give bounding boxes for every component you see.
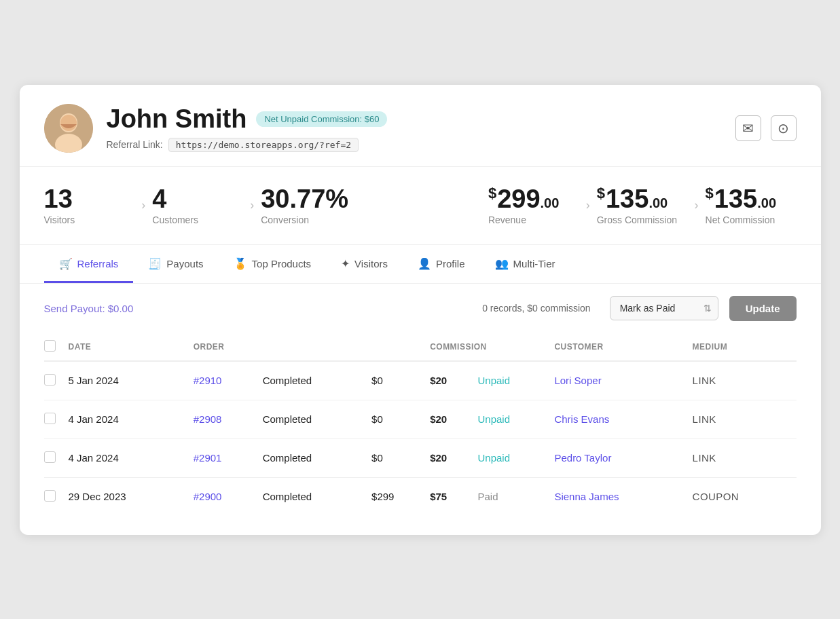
visitors-value: 13	[44, 186, 73, 212]
tab-multi-tier[interactable]: 👥 Multi-Tier	[480, 245, 570, 283]
payouts-icon: 🧾	[148, 257, 162, 270]
revenue-value: $299.00	[488, 186, 559, 212]
stat-gross-commission: $135.00 Gross Commission	[597, 186, 688, 225]
customers-value: 4	[152, 186, 166, 212]
table-row: 4 Jan 2024 #2908 Completed $0 $20 Unpaid…	[44, 400, 797, 438]
row-status-3: Completed	[263, 477, 371, 516]
row-commission-0: $20	[430, 361, 477, 400]
user-profile-icon-button[interactable]: ⊙	[771, 115, 797, 141]
tab-visitors[interactable]: ✦ Visitors	[326, 245, 403, 283]
stat-visitors: 13 Visitors	[44, 186, 135, 225]
row-payment-status-1: Unpaid	[477, 400, 554, 438]
referral-label: Referral Link:	[107, 139, 163, 150]
row-payment-status-3: Paid	[477, 477, 554, 516]
mark-paid-select-wrapper: Mark as Paid Mark as Unpaid ⇅	[610, 296, 718, 320]
tab-profile[interactable]: 👤 Profile	[403, 245, 480, 283]
update-button[interactable]: Update	[729, 296, 797, 321]
email-icon-button[interactable]: ✉	[735, 115, 761, 141]
select-all-checkbox[interactable]	[44, 340, 56, 352]
tab-profile-label: Profile	[436, 258, 465, 269]
net-commission-value: $135.00	[706, 186, 776, 212]
row-customer-2[interactable]: Pedro Taylor	[554, 438, 692, 477]
stat-revenue: $299.00 Revenue	[488, 186, 579, 225]
conversion-label: Conversion	[261, 214, 309, 225]
gross-commission-value: $135.00	[597, 186, 668, 212]
header-info: John Smith Net Unpaid Commission: $60 Re…	[107, 105, 735, 152]
arrow-2: ›	[243, 198, 261, 212]
tab-referrals[interactable]: 🛒 Referrals	[44, 245, 134, 283]
col-date: DATE	[69, 333, 194, 361]
gross-commission-label: Gross Commission	[597, 214, 677, 225]
main-card: John Smith Net Unpaid Commission: $60 Re…	[20, 85, 821, 535]
row-order-num-2[interactable]: #2901	[194, 438, 263, 477]
profile-icon: 👤	[418, 257, 431, 270]
row-date-0: 5 Jan 2024	[69, 361, 194, 400]
records-info: 0 records, $0 commission	[482, 303, 591, 314]
stats-row: 13 Visitors › 4 Customers › 30.77% Conve…	[20, 167, 821, 245]
mark-paid-select[interactable]: Mark as Paid Mark as Unpaid	[610, 296, 718, 320]
row-checkbox-1[interactable]	[44, 413, 56, 424]
row-date-2: 4 Jan 2024	[69, 438, 194, 477]
header-section: John Smith Net Unpaid Commission: $60 Re…	[20, 85, 821, 167]
row-order-value-1: $0	[371, 400, 430, 438]
stat-customers: 4 Customers	[152, 186, 243, 225]
row-customer-0[interactable]: Lori Soper	[554, 361, 692, 400]
user-icon: ⊙	[778, 120, 789, 136]
customers-label: Customers	[152, 214, 198, 225]
referrals-table-wrap: DATE ORDER COMMISSION CUSTOMER MEDIUM 5 …	[20, 333, 821, 535]
stat-conversion: 30.77% Conversion	[261, 186, 352, 225]
col-medium: MEDIUM	[693, 333, 797, 361]
row-checkbox-3[interactable]	[44, 490, 56, 502]
row-status-1: Completed	[263, 400, 371, 438]
row-customer-1[interactable]: Chris Evans	[554, 400, 692, 438]
row-customer-3[interactable]: Sienna James	[554, 477, 692, 516]
tabs-nav: 🛒 Referrals 🧾 Payouts 🏅 Top Products ✦ V…	[20, 245, 821, 284]
table-row: 4 Jan 2024 #2901 Completed $0 $20 Unpaid…	[44, 438, 797, 477]
row-order-num-0[interactable]: #2910	[194, 361, 263, 400]
table-row: 29 Dec 2023 #2900 Completed $299 $75 Pai…	[44, 477, 797, 516]
tab-visitors-label: Visitors	[354, 258, 388, 269]
tab-payouts-label: Payouts	[166, 258, 203, 269]
row-checkbox-2[interactable]	[44, 451, 56, 463]
referrals-table: DATE ORDER COMMISSION CUSTOMER MEDIUM 5 …	[44, 333, 797, 516]
col-customer: CUSTOMER	[554, 333, 692, 361]
row-checkbox-0[interactable]	[44, 374, 56, 386]
row-medium-1: LINK	[693, 400, 797, 438]
referrals-icon: 🛒	[59, 257, 73, 270]
user-name: John Smith	[107, 105, 247, 134]
toolbar: Send Payout: $0.00 0 records, $0 commiss…	[20, 284, 821, 333]
email-icon: ✉	[742, 120, 754, 136]
row-commission-1: $20	[430, 400, 477, 438]
col-order: ORDER	[194, 333, 430, 361]
row-order-value-0: $0	[371, 361, 430, 400]
avatar	[44, 104, 93, 153]
table-row: 5 Jan 2024 #2910 Completed $0 $20 Unpaid…	[44, 361, 797, 400]
arrow-3: ›	[579, 198, 597, 212]
row-payment-status-2: Unpaid	[477, 438, 554, 477]
tab-payouts[interactable]: 🧾 Payouts	[133, 245, 218, 283]
row-status-0: Completed	[263, 361, 371, 400]
row-payment-status-0: Unpaid	[477, 361, 554, 400]
row-date-1: 4 Jan 2024	[69, 400, 194, 438]
conversion-value: 30.77%	[261, 186, 348, 212]
row-status-2: Completed	[263, 438, 371, 477]
arrow-4: ›	[688, 198, 706, 212]
row-date-3: 29 Dec 2023	[69, 477, 194, 516]
referral-url[interactable]: https://demo.storeapps.org/?ref=2	[168, 138, 359, 152]
row-order-num-3[interactable]: #2900	[194, 477, 263, 516]
revenue-label: Revenue	[488, 214, 526, 225]
row-medium-0: LINK	[693, 361, 797, 400]
arrow-1: ›	[134, 198, 152, 212]
row-medium-3: COUPON	[693, 477, 797, 516]
send-payout-link[interactable]: Send Payout: $0.00	[44, 303, 134, 314]
tab-multi-tier-label: Multi-Tier	[513, 258, 555, 269]
commission-badge: Net Unpaid Commission: $60	[256, 111, 387, 127]
top-products-icon: 🏅	[234, 257, 247, 270]
visitors-label: Visitors	[44, 214, 75, 225]
row-commission-3: $75	[430, 477, 477, 516]
row-order-value-2: $0	[371, 438, 430, 477]
tab-top-products[interactable]: 🏅 Top Products	[219, 245, 327, 283]
tab-referrals-label: Referrals	[77, 258, 119, 269]
row-order-num-1[interactable]: #2908	[194, 400, 263, 438]
header-icons: ✉ ⊙	[735, 115, 797, 141]
